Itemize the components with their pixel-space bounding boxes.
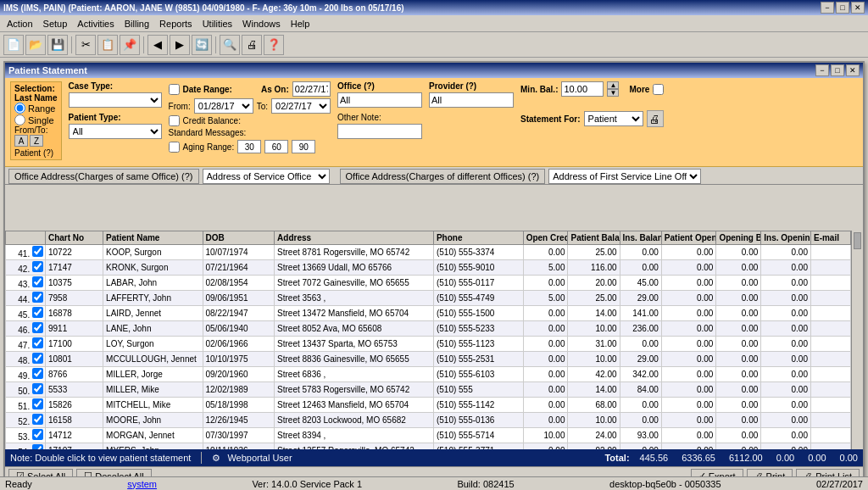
tb-search[interactable]: 🔍 [220, 35, 240, 55]
table-row[interactable]: 53. 14712 MORGAN, Jennet 07/30/1997 Stre… [6, 428, 851, 443]
tb-print[interactable]: 🖨 [242, 35, 262, 55]
maximize-btn[interactable]: □ [836, 2, 849, 14]
as-on-input[interactable] [292, 81, 331, 97]
min-bal-up[interactable]: ▲ [607, 81, 619, 89]
btn-a[interactable]: A [14, 135, 28, 147]
other-note-input[interactable] [337, 124, 422, 139]
total-pat-bal: 6336.65 [682, 453, 715, 463]
table-row[interactable]: 47. 17100 LOY, Surgon 02/06/1966 Street … [6, 337, 851, 352]
tb-refresh[interactable]: 🔄 [192, 35, 212, 55]
table-row[interactable]: 51. 15826 MITCHELL, Mike 05/18/1998 Stre… [6, 398, 851, 413]
radio-single-input[interactable] [14, 114, 25, 125]
row-checkbox[interactable] [32, 322, 43, 333]
btn-z[interactable]: Z [30, 135, 43, 147]
to-date-select[interactable]: 02/27/17 [271, 98, 331, 114]
tb-fwd[interactable]: ▶ [170, 35, 190, 55]
office-same-select[interactable]: Address of Service Office [203, 169, 330, 184]
office-diff-select[interactable]: Address of First Service Line Office [548, 169, 701, 184]
table-row[interactable]: 43. 10375 LABAR, John 02/08/1954 Street … [6, 276, 851, 291]
min-bal-down[interactable]: ▼ [607, 89, 619, 97]
cell-addr: Street 5783 Rogersville, MO 65742 [275, 382, 434, 398]
office-input[interactable] [337, 92, 422, 108]
table-container[interactable]: Chart No Patient Name DOB Address Phone … [5, 231, 851, 449]
radio-range-input[interactable] [14, 103, 25, 114]
aging-90-input[interactable] [292, 140, 315, 153]
row-checkbox[interactable] [32, 383, 43, 394]
row-checkbox[interactable] [32, 246, 43, 257]
menu-activities[interactable]: Activities [72, 17, 119, 31]
provider-input[interactable] [429, 92, 514, 108]
table-row[interactable]: 44. 7958 LAFFERTY, John 09/06/1951 Stree… [6, 291, 851, 306]
cell-ins-open: 0.00 [761, 398, 811, 413]
credit-balance-check[interactable] [169, 115, 180, 126]
date-range-check[interactable] [169, 84, 180, 95]
aging-30-input[interactable] [237, 140, 261, 153]
cell-ins-bal: 236.00 [620, 321, 661, 337]
tb-help[interactable]: ❓ [264, 35, 284, 55]
cell-addr: Street 6836 , [275, 367, 434, 382]
ps-maximize-btn[interactable]: □ [831, 64, 844, 76]
minimize-btn[interactable]: − [821, 2, 834, 14]
tb-paste[interactable]: 📌 [120, 35, 140, 55]
from-date-select[interactable]: 01/28/17 [194, 98, 253, 114]
statement-for-btn[interactable]: 🖨 [647, 110, 664, 127]
scrollbar[interactable] [851, 231, 863, 449]
cell-pat-bal: 14.00 [568, 382, 620, 398]
table-row[interactable]: 45. 16878 LAIRD, Jennet 08/22/1947 Stree… [6, 306, 851, 321]
tb-back[interactable]: ◀ [147, 35, 168, 55]
case-type-select[interactable] [69, 92, 162, 108]
credit-balance-label: Credit Balance: [183, 116, 241, 125]
cell-pat-bal: 25.00 [568, 291, 620, 306]
office-diff-tab[interactable]: Office Address(Charges of different Offi… [340, 169, 546, 184]
menu-action[interactable]: Action [2, 17, 38, 31]
radio-single[interactable]: Single [14, 114, 58, 125]
tb-cut[interactable]: ✂ [75, 35, 96, 55]
menu-help[interactable]: Help [286, 17, 315, 31]
cell-name: LAFFERTY, John [103, 291, 203, 306]
row-checkbox[interactable] [32, 368, 43, 379]
cell-dob: 12/02/1989 [203, 382, 275, 398]
ps-close-btn[interactable]: ✕ [846, 64, 860, 76]
table-row[interactable]: 54. 17107 MYERS, John 10/11/1936 Street … [6, 443, 851, 450]
office-same-tab[interactable]: Office Address(Charges of same Office) (… [8, 169, 199, 184]
cell-chart: 9911 [45, 321, 103, 337]
more-check[interactable] [653, 84, 664, 95]
row-checkbox[interactable] [32, 353, 43, 364]
row-checkbox[interactable] [32, 429, 43, 440]
total-label: Total: [604, 453, 629, 463]
table-row[interactable]: 41. 10722 KOOP, Surgon 10/07/1974 Street… [6, 245, 851, 260]
table-row[interactable]: 42. 17147 KRONK, Surgon 07/21/1964 Stree… [6, 260, 851, 276]
cell-name: LANE, John [103, 321, 203, 337]
row-checkbox[interactable] [32, 307, 43, 318]
row-checkbox[interactable] [32, 414, 43, 425]
menu-reports[interactable]: Reports [154, 17, 198, 31]
table-row[interactable]: 52. 16158 MOORE, John 12/26/1945 Street … [6, 413, 851, 428]
statement-for-select[interactable]: Patient [584, 111, 643, 126]
tb-copy[interactable]: 📋 [97, 35, 118, 55]
tb-save[interactable]: 💾 [47, 35, 68, 55]
min-bal-input[interactable] [561, 81, 604, 97]
row-checkbox[interactable] [32, 292, 43, 303]
aging-60-input[interactable] [264, 140, 288, 153]
ps-title-bar: Patient Statement − □ ✕ [5, 63, 863, 78]
table-row[interactable]: 46. 9911 LANE, John 05/06/1940 Street 80… [6, 321, 851, 337]
row-checkbox[interactable] [32, 398, 43, 409]
scrollbar-thumb[interactable] [854, 232, 861, 249]
tb-new[interactable]: 📄 [3, 35, 24, 55]
menu-setup[interactable]: Setup [38, 17, 73, 31]
table-row[interactable]: 49. 8766 MILLER, Jorge 09/20/1960 Street… [6, 367, 851, 382]
menu-billing[interactable]: Billing [120, 17, 154, 31]
table-row[interactable]: 50. 5533 MILLER, Mike 12/02/1989 Street … [6, 382, 851, 398]
close-btn[interactable]: ✕ [851, 2, 865, 14]
aging-range-check[interactable] [169, 142, 180, 153]
patient-type-select[interactable]: All [69, 124, 162, 139]
radio-range[interactable]: Range [14, 103, 58, 114]
menu-windows[interactable]: Windows [237, 17, 286, 31]
row-checkbox[interactable] [32, 261, 43, 272]
row-checkbox[interactable] [32, 337, 43, 348]
menu-utilities[interactable]: Utilities [198, 17, 237, 31]
table-row[interactable]: 48. 10801 MCCULLOUGH, Jennet 10/10/1975 … [6, 352, 851, 367]
ps-minimize-btn[interactable]: − [815, 64, 829, 76]
tb-open[interactable]: 📂 [25, 35, 46, 55]
row-checkbox[interactable] [32, 276, 43, 287]
